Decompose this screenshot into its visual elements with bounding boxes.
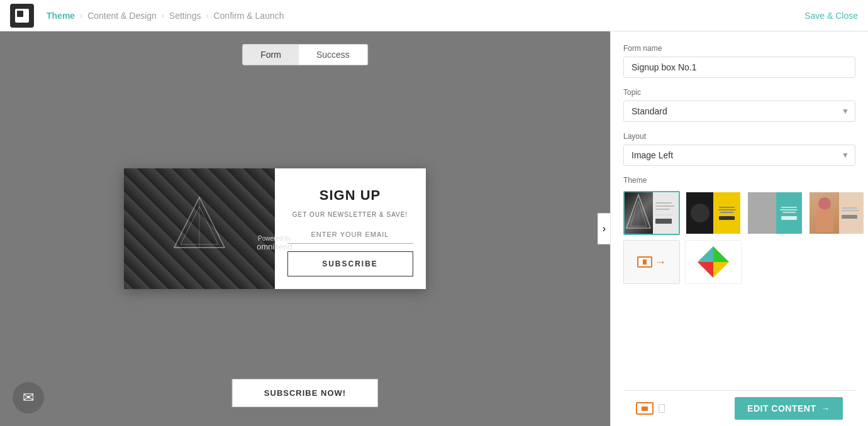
svg-line-4 bbox=[174, 197, 199, 248]
theme4-content bbox=[839, 192, 864, 234]
bottom-bar: EDIT CONTENT → bbox=[623, 390, 855, 426]
theme5-preview: → bbox=[624, 241, 679, 283]
theme-item-6[interactable] bbox=[685, 240, 742, 284]
theme-item-2[interactable] bbox=[685, 191, 742, 235]
envelope-icon: ✉ bbox=[23, 390, 34, 406]
theme1-left bbox=[625, 192, 653, 234]
app-logo[interactable] bbox=[10, 4, 34, 28]
svg-marker-12 bbox=[698, 262, 713, 278]
layout-select[interactable]: Image Left Image Right No Image bbox=[623, 145, 855, 166]
popup-email-input[interactable] bbox=[287, 226, 413, 244]
popup-image bbox=[124, 168, 275, 289]
architecture-image bbox=[168, 191, 231, 266]
svg-marker-11 bbox=[698, 246, 713, 262]
theme-grid: → bbox=[623, 191, 855, 284]
theme3-right bbox=[776, 192, 802, 234]
layout-select-wrapper: Image Left Image Right No Image ▼ bbox=[623, 145, 855, 166]
save-close-button[interactable]: Save & Close bbox=[804, 11, 858, 21]
popup-subscribe-button[interactable]: SUBSCRIBE bbox=[287, 251, 413, 276]
popup-title: SIGN UP bbox=[320, 187, 381, 204]
topic-select[interactable]: Standard Newsletter Promotion bbox=[623, 101, 855, 122]
powered-by: Powered by omnisend bbox=[257, 235, 292, 251]
topic-label: Topic bbox=[623, 88, 855, 97]
theme5-icon: → bbox=[637, 256, 666, 269]
theme1-preview bbox=[625, 192, 679, 234]
preview-area: Form Success ✕ bbox=[0, 31, 610, 426]
theme3-left bbox=[748, 192, 776, 234]
topic-select-wrapper: Standard Newsletter Promotion ▼ bbox=[623, 101, 855, 122]
main-layout: Form Success ✕ bbox=[0, 31, 868, 426]
panel-toggle[interactable]: › bbox=[598, 213, 610, 244]
preview-tabs: Form Success bbox=[242, 44, 368, 65]
popup-content: SIGN UP GET OUR NEWSLETTER & SAVE! SUBSC… bbox=[275, 168, 426, 289]
subscribe-now-button[interactable]: SUBSCRIBE NOW! bbox=[232, 379, 378, 407]
theme2-preview bbox=[686, 192, 740, 234]
tab-form[interactable]: Form bbox=[243, 45, 299, 65]
form-name-label: Form name bbox=[623, 44, 855, 53]
edit-content-button[interactable]: EDIT CONTENT → bbox=[735, 397, 843, 420]
popup-subtitle: GET OUR NEWSLETTER & SAVE! bbox=[292, 211, 408, 218]
theme6-preview bbox=[686, 241, 741, 283]
email-icon: ✉ bbox=[13, 382, 44, 413]
desktop-icon[interactable] bbox=[636, 402, 654, 415]
bottom-icons bbox=[636, 402, 665, 415]
screen-inner bbox=[642, 407, 648, 411]
breadcrumb-confirm-launch[interactable]: Confirm & Launch bbox=[213, 11, 284, 21]
breadcrumb-content-design[interactable]: Content & Design bbox=[87, 11, 157, 21]
svg-line-5 bbox=[199, 197, 225, 248]
layout-label: Layout bbox=[623, 132, 855, 141]
theme-item-3[interactable] bbox=[747, 191, 803, 235]
chevron-right-icon: › bbox=[603, 223, 606, 234]
tab-success[interactable]: Success bbox=[299, 45, 367, 65]
form-name-input[interactable] bbox=[623, 57, 855, 78]
powered-by-text: Powered by bbox=[257, 235, 292, 242]
theme-section-label: Theme bbox=[623, 176, 855, 185]
theme2-left bbox=[686, 192, 713, 234]
theme-item-1[interactable] bbox=[623, 191, 680, 235]
breadcrumb-sep-1: › bbox=[80, 11, 82, 20]
bird-svg bbox=[694, 243, 732, 281]
theme1-right bbox=[653, 192, 679, 234]
theme4-portrait bbox=[810, 192, 839, 234]
edit-content-label: EDIT CONTENT bbox=[747, 403, 816, 413]
breadcrumb: Theme › Content & Design › Settings › Co… bbox=[47, 11, 804, 21]
breadcrumb-settings[interactable]: Settings bbox=[169, 11, 201, 21]
omnisend-brand: omnisend bbox=[257, 242, 292, 251]
arrow-right-icon: → bbox=[821, 403, 831, 413]
theme3-preview bbox=[748, 192, 802, 234]
breadcrumb-theme[interactable]: Theme bbox=[47, 11, 75, 21]
svg-marker-9 bbox=[713, 246, 729, 262]
top-navigation: Theme › Content & Design › Settings › Co… bbox=[0, 0, 868, 31]
theme-item-5[interactable]: → bbox=[623, 240, 680, 284]
breadcrumb-sep-2: › bbox=[162, 11, 164, 20]
theme2-right bbox=[713, 192, 740, 234]
mobile-icon[interactable] bbox=[659, 404, 665, 413]
svg-marker-10 bbox=[713, 262, 729, 278]
right-panel: Form name Topic Standard Newsletter Prom… bbox=[610, 31, 868, 426]
theme-item-4[interactable] bbox=[808, 191, 865, 235]
breadcrumb-sep-3: › bbox=[206, 11, 208, 20]
popup-form: SIGN UP GET OUR NEWSLETTER & SAVE! SUBSC… bbox=[124, 168, 426, 289]
theme4-preview bbox=[810, 192, 864, 234]
